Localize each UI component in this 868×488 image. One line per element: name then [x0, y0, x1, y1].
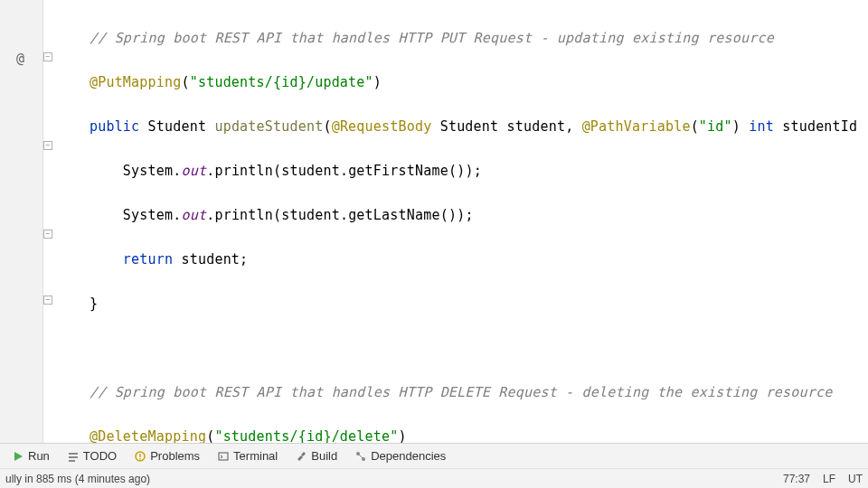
tool-window-label: Terminal	[233, 449, 278, 463]
svg-line-9	[359, 455, 363, 458]
semicolon: ;	[465, 207, 473, 223]
param: student	[507, 118, 566, 135]
brace: }	[90, 296, 98, 312]
dot: .	[340, 163, 348, 179]
code-editor[interactable]: // Spring boot REST API that handles HTT…	[56, 5, 868, 488]
paren: )	[373, 74, 382, 90]
warning-icon	[135, 451, 146, 462]
indent	[56, 428, 90, 445]
var-ref: student	[281, 163, 340, 179]
indent	[56, 251, 123, 267]
keyword: int	[749, 118, 774, 135]
string-literal: "id"	[699, 118, 732, 135]
terminal-icon	[218, 451, 229, 462]
class-ref: System	[123, 207, 173, 223]
indent	[56, 118, 90, 135]
fold-marker-icon[interactable]: −	[43, 141, 52, 150]
method-call: println	[214, 207, 273, 223]
annotation: @PutMapping	[90, 74, 182, 90]
dot: .	[340, 207, 348, 223]
paren: (	[323, 118, 331, 135]
type: Student	[148, 118, 207, 135]
keyword: public	[90, 118, 139, 135]
svg-rect-4	[139, 454, 140, 457]
paren: (	[273, 163, 281, 179]
method-name: updateStudent	[214, 118, 323, 135]
paren: (	[181, 74, 189, 90]
tool-window-label: TODO	[83, 449, 117, 463]
svg-rect-5	[139, 458, 140, 459]
comment: // Spring boot REST API that handles HTT…	[90, 30, 774, 46]
indent	[56, 296, 90, 312]
status-bar: ully in 885 ms (4 minutes ago) 77:37 LF …	[0, 468, 868, 488]
hammer-icon	[296, 451, 307, 462]
tool-window-bar: Run TODO Problems Terminal Build Depende…	[0, 443, 868, 468]
svg-rect-6	[219, 453, 228, 460]
play-icon	[13, 451, 24, 462]
svg-rect-0	[69, 453, 78, 455]
list-icon	[68, 451, 79, 462]
static-field: out	[181, 207, 206, 223]
dependency-icon	[355, 451, 366, 462]
file-encoding[interactable]: UT	[848, 473, 863, 485]
indent	[56, 74, 90, 90]
keyword: return	[123, 251, 173, 267]
tool-window-dependencies[interactable]: Dependencies	[346, 449, 455, 463]
comma: ,	[565, 118, 581, 135]
param: studentId	[782, 118, 857, 135]
indent	[56, 30, 90, 46]
class-ref: System	[123, 163, 173, 179]
status-message: ully in 885 ms (4 minutes ago)	[5, 473, 150, 485]
method-call: getFirstName	[348, 163, 448, 179]
string-literal: "students/{id}/update"	[190, 74, 373, 90]
indent	[56, 207, 123, 223]
fold-marker-icon[interactable]: −	[43, 52, 52, 61]
line-separator[interactable]: LF	[823, 473, 835, 485]
caret-position[interactable]: 77:37	[783, 473, 810, 485]
paren: (	[691, 118, 699, 135]
paren: (	[273, 207, 281, 223]
fold-marker-icon[interactable]: −	[43, 230, 52, 239]
tool-window-label: Problems	[150, 449, 200, 463]
paren: )	[457, 207, 465, 223]
override-icon[interactable]: @	[16, 51, 24, 67]
annotation: @PathVariable	[582, 118, 691, 135]
tool-window-label: Build	[311, 449, 337, 463]
tool-window-todo[interactable]: TODO	[59, 449, 126, 463]
comment: // Spring boot REST API that handles HTT…	[90, 384, 833, 400]
svg-rect-1	[69, 456, 78, 458]
tool-window-label: Run	[28, 449, 50, 463]
paren: )	[732, 118, 741, 135]
editor-gutter: @	[0, 0, 43, 443]
tool-window-problems[interactable]: Problems	[126, 449, 209, 463]
svg-rect-2	[69, 460, 75, 462]
tool-window-label: Dependencies	[371, 449, 446, 463]
semicolon: ;	[474, 163, 482, 179]
static-field: out	[181, 163, 206, 179]
method-call: getLastName	[348, 207, 440, 223]
type: Student	[440, 118, 499, 135]
tool-window-build[interactable]: Build	[287, 449, 346, 463]
tool-window-run[interactable]: Run	[4, 449, 59, 463]
string-literal: "students/{id}/delete"	[214, 428, 398, 445]
annotation: @RequestBody	[332, 118, 432, 135]
var-ref: student	[281, 207, 340, 223]
var-ref: student	[181, 251, 240, 267]
paren: )	[398, 428, 406, 445]
indent	[56, 384, 90, 400]
method-call: println	[214, 163, 273, 179]
annotation: @DeleteMapping	[90, 428, 206, 445]
semicolon: ;	[240, 251, 248, 267]
fold-marker-icon[interactable]: −	[43, 296, 52, 305]
paren: )	[465, 163, 473, 179]
indent	[56, 163, 123, 179]
tool-window-terminal[interactable]: Terminal	[209, 449, 287, 463]
